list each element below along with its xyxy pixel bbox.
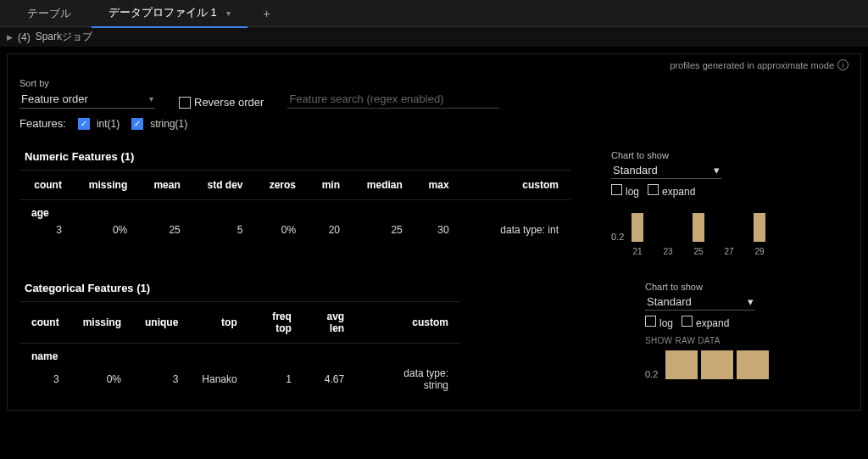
tab-bar: テーブル データプロファイル 1 ▾ + — [0, 0, 868, 27]
checkbox-icon — [179, 97, 191, 109]
col-avglen: avg len — [303, 302, 356, 344]
chevron-down-icon[interactable]: ▾ — [226, 8, 231, 18]
col-custom: custom — [461, 171, 570, 200]
bar — [693, 213, 704, 242]
sort-group: Sort by Feature order ▾ — [19, 78, 155, 109]
sort-label: Sort by — [19, 78, 155, 88]
table-header-row: count missing mean std dev zeros min med… — [19, 171, 570, 200]
features-title: Features: — [19, 117, 66, 130]
table-header-row: count missing unique top freq top avg le… — [19, 302, 460, 344]
numeric-chart-controls: Chart to show Standard ▾ log expand 0.2 — [603, 145, 849, 261]
info-icon[interactable]: i — [837, 59, 849, 70]
sort-select[interactable]: Feature order ▾ — [19, 90, 155, 109]
checkbox-icon: ✓ — [78, 118, 90, 130]
feature-name: name — [19, 344, 460, 363]
chart-select[interactable]: Standard ▾ — [645, 294, 755, 311]
numeric-title: Numeric Features (1) — [19, 145, 603, 170]
checkbox-icon: ✓ — [131, 118, 143, 130]
tab-data-profile[interactable]: データプロファイル 1 ▾ — [92, 0, 248, 28]
controls-row: Sort by Feature order ▾ Reverse order Fe… — [19, 78, 849, 109]
chart-label: Chart to show — [645, 282, 840, 292]
col-custom: custom — [356, 302, 460, 344]
expand-triangle-icon[interactable]: ▶ — [7, 33, 13, 42]
col-min: min — [308, 171, 352, 200]
reverse-order-checkbox[interactable]: Reverse order — [179, 96, 264, 109]
chevron-down-icon: ▾ — [714, 164, 720, 176]
spark-jobs-row[interactable]: ▶ (4) Sparkジョブ — [0, 27, 868, 47]
col-missing: missing — [74, 171, 139, 200]
table-row: 3 0% 25 5 0% 20 25 30 data type: int — [19, 219, 570, 241]
add-tab-button[interactable]: + — [251, 7, 281, 20]
profile-panel: profiles generated in approximate mode i… — [7, 53, 861, 411]
chevron-down-icon: ▾ — [149, 94, 153, 104]
numeric-histogram: 0.2 21 23 — [611, 210, 840, 256]
expand-checkbox[interactable]: expand — [682, 316, 729, 329]
chart-label: Chart to show — [611, 150, 840, 160]
categorical-chart-controls: Chart to show Standard ▾ log expand SHOW… — [637, 277, 849, 384]
features-string-checkbox[interactable]: ✓ string(1) — [131, 118, 187, 130]
col-count: count — [19, 171, 74, 200]
bar — [632, 213, 643, 242]
bar — [665, 350, 698, 379]
col-max: max — [415, 171, 461, 200]
bar — [701, 350, 733, 379]
spark-label: Sparkジョブ — [36, 30, 92, 44]
col-std: std dev — [192, 171, 255, 200]
features-int-checkbox[interactable]: ✓ int(1) — [78, 118, 120, 130]
table-row: 3 0% 3 Hanako 1 4.67 data type: string — [19, 362, 460, 396]
feature-name-row: name — [19, 344, 460, 363]
col-missing: missing — [71, 302, 133, 344]
col-unique: unique — [133, 302, 190, 344]
col-mean: mean — [139, 171, 192, 200]
chevron-down-icon: ▾ — [748, 295, 754, 308]
col-top: top — [190, 302, 248, 344]
bar — [754, 213, 765, 242]
numeric-section: Numeric Features (1) count missing mean … — [19, 145, 849, 261]
tab-table[interactable]: テーブル — [10, 0, 88, 27]
log-checkbox[interactable]: log — [645, 316, 673, 329]
expand-checkbox[interactable]: expand — [648, 184, 695, 198]
bar — [737, 350, 769, 379]
categorical-title: Categorical Features (1) — [19, 277, 637, 301]
feature-name-row: age — [19, 200, 570, 220]
col-freq: freq top — [249, 302, 303, 344]
feature-name: age — [19, 200, 570, 220]
categorical-section: Categorical Features (1) count missing u… — [19, 277, 849, 396]
categorical-table: count missing unique top freq top avg le… — [19, 301, 460, 396]
chart-select[interactable]: Standard ▾ — [611, 162, 721, 179]
col-median: median — [352, 171, 415, 200]
col-count: count — [19, 302, 71, 344]
spark-count: (4) — [18, 31, 31, 43]
col-zeros: zeros — [255, 171, 309, 200]
numeric-table: count missing mean std dev zeros min med… — [19, 170, 570, 241]
log-checkbox[interactable]: log — [611, 184, 639, 198]
features-filter: Features: ✓ int(1) ✓ string(1) — [19, 117, 849, 130]
feature-search-input[interactable]: Feature search (regex enabled) — [287, 90, 499, 109]
tab-label: データプロファイル 1 — [108, 6, 217, 19]
show-raw-data-link[interactable]: SHOW RAW DATA — [645, 336, 840, 345]
approximate-note: profiles generated in approximate mode i — [670, 59, 849, 70]
categorical-histogram: 0.2 — [645, 347, 840, 379]
